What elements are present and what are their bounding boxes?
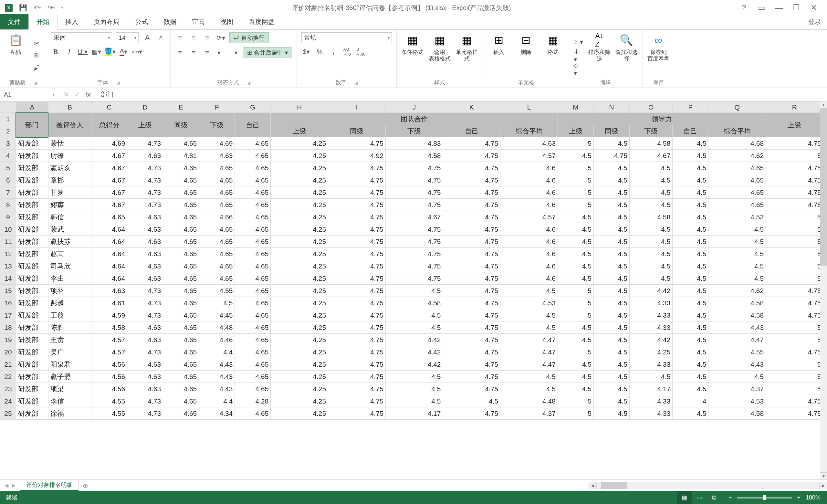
- column-header[interactable]: A: [16, 102, 48, 113]
- cell[interactable]: 4.6: [500, 248, 558, 260]
- cell[interactable]: 4.25: [271, 383, 328, 395]
- cell[interactable]: 4.33: [630, 407, 673, 420]
- scroll-thumb[interactable]: [601, 482, 627, 489]
- cell[interactable]: 嫪毐: [48, 199, 91, 211]
- cell[interactable]: 4.28: [235, 395, 271, 407]
- cell[interactable]: 4.63: [127, 383, 163, 395]
- row-header[interactable]: 2: [0, 125, 16, 137]
- minimize-icon[interactable]: —: [775, 4, 783, 12]
- cell[interactable]: 4.43: [199, 383, 235, 395]
- cell[interactable]: 4.25: [271, 187, 328, 199]
- select-all-corner[interactable]: [0, 102, 16, 113]
- cell[interactable]: 4.63: [127, 358, 163, 370]
- cell[interactable]: 4.63: [127, 272, 163, 285]
- cell[interactable]: 4.5: [673, 309, 709, 321]
- dialog-launcher-icon[interactable]: ◢: [116, 81, 119, 85]
- clear-icon[interactable]: ◇ ▾: [574, 65, 583, 74]
- cell-styles-button[interactable]: ▦单元格样式: [455, 32, 478, 62]
- cell[interactable]: 4.53: [709, 395, 766, 407]
- cell[interactable]: 蒙恬: [48, 137, 91, 150]
- cell[interactable]: 4.5: [443, 395, 500, 407]
- cell[interactable]: 研发部: [16, 260, 48, 272]
- cell[interactable]: 5: [557, 346, 593, 358]
- cell[interactable]: 4.75: [328, 285, 386, 297]
- cell[interactable]: 4.75: [328, 174, 386, 187]
- column-header[interactable]: L: [500, 102, 558, 113]
- cell[interactable]: 4.25: [271, 285, 328, 297]
- maximize-icon[interactable]: ❐: [792, 4, 800, 12]
- cell[interactable]: 4.92: [328, 150, 386, 162]
- cell[interactable]: 4.46: [199, 334, 235, 346]
- cell[interactable]: 4.75: [328, 199, 386, 211]
- cell[interactable]: 研发部: [16, 187, 48, 199]
- column-header[interactable]: R: [766, 102, 823, 113]
- tab-data[interactable]: 数据: [156, 14, 184, 30]
- cell[interactable]: 4.75: [328, 334, 386, 346]
- cell[interactable]: 5: [557, 309, 593, 321]
- cell[interactable]: 4.5: [593, 358, 629, 370]
- cell[interactable]: 4.5: [557, 248, 593, 260]
- cell[interactable]: 4.5: [593, 297, 629, 309]
- cell[interactable]: 4.25: [271, 174, 328, 187]
- cell[interactable]: 4.75: [328, 236, 386, 248]
- cell[interactable]: 4.73: [127, 174, 163, 187]
- cell[interactable]: 4.75: [385, 248, 443, 260]
- increase-indent-icon[interactable]: ⇥: [229, 48, 239, 57]
- cell[interactable]: 4.5: [593, 137, 629, 150]
- cell[interactable]: 4.6: [500, 223, 558, 236]
- cell[interactable]: 4.65: [235, 137, 271, 150]
- cell[interactable]: 自己: [673, 125, 709, 137]
- cell[interactable]: 4.65: [163, 370, 199, 383]
- cell[interactable]: 研发部: [16, 137, 48, 150]
- cell[interactable]: 4.75: [443, 383, 500, 395]
- cell[interactable]: 4.5: [673, 199, 709, 211]
- cell[interactable]: 4.65: [199, 248, 235, 260]
- cell[interactable]: 项羽: [48, 285, 91, 297]
- column-header[interactable]: K: [443, 102, 500, 113]
- cell[interactable]: 4.5: [593, 187, 629, 199]
- cell[interactable]: 4.75: [385, 174, 443, 187]
- cell[interactable]: 韩信: [48, 211, 91, 223]
- cell[interactable]: 4.33: [630, 321, 673, 334]
- cell[interactable]: 4.65: [91, 211, 127, 223]
- row-header[interactable]: 11: [0, 236, 16, 248]
- cell[interactable]: 4.5: [709, 260, 766, 272]
- cell[interactable]: 4.73: [127, 285, 163, 297]
- cell[interactable]: 4.5: [673, 137, 709, 150]
- cell[interactable]: 4.25: [271, 407, 328, 420]
- cell[interactable]: 5: [766, 370, 823, 383]
- cell[interactable]: 下级: [630, 125, 673, 137]
- cell[interactable]: 4.75: [443, 321, 500, 334]
- cell[interactable]: 4.73: [127, 346, 163, 358]
- cell[interactable]: 4.81: [163, 150, 199, 162]
- cell[interactable]: 4.65: [235, 358, 271, 370]
- cell[interactable]: 4.75: [385, 236, 443, 248]
- cell[interactable]: 4.75: [385, 223, 443, 236]
- cell[interactable]: 4.65: [235, 383, 271, 395]
- cell[interactable]: 4.63: [127, 223, 163, 236]
- cell[interactable]: 4.25: [271, 223, 328, 236]
- cell[interactable]: 4.65: [163, 187, 199, 199]
- cell[interactable]: 4.5: [630, 223, 673, 236]
- cell[interactable]: 4.34: [199, 407, 235, 420]
- row-header[interactable]: 25: [0, 407, 16, 420]
- cell[interactable]: 4.5: [500, 383, 558, 395]
- cell[interactable]: 4.55: [199, 285, 235, 297]
- vertical-scrollbar[interactable]: ▲ ▼: [820, 101, 827, 480]
- cell[interactable]: 4.75: [328, 358, 386, 370]
- fill-icon[interactable]: ⬇ ▾: [574, 51, 583, 60]
- cell[interactable]: 4.5: [593, 236, 629, 248]
- cell[interactable]: 研发部: [16, 309, 48, 321]
- cell[interactable]: 4.75: [443, 162, 500, 174]
- cell[interactable]: 研发部: [16, 236, 48, 248]
- cell[interactable]: 4.75: [328, 395, 386, 407]
- row-header[interactable]: 21: [0, 358, 16, 370]
- cell[interactable]: 4.37: [500, 407, 558, 420]
- cell[interactable]: 研发部: [16, 162, 48, 174]
- cell[interactable]: 4.5: [500, 309, 558, 321]
- cell[interactable]: 阳泉君: [48, 358, 91, 370]
- cell[interactable]: 章邯: [48, 174, 91, 187]
- cell[interactable]: 嬴扶苏: [48, 236, 91, 248]
- wrap-text-button[interactable]: ⮐自动换行: [229, 32, 269, 43]
- fill-color-button[interactable]: 🪣▾: [105, 47, 115, 56]
